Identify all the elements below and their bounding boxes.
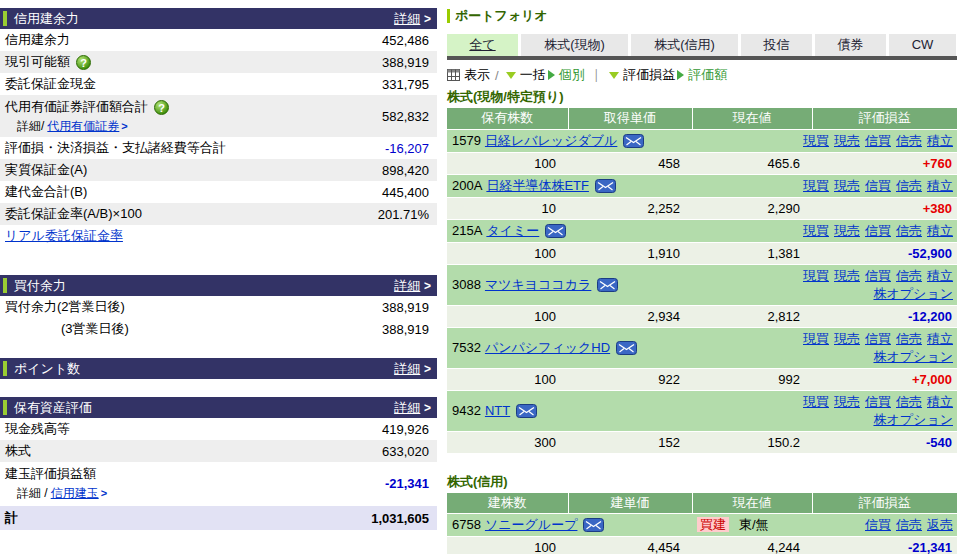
tab-bonds[interactable]: 債券 [815, 34, 886, 56]
individual-view-link[interactable]: 個別 [559, 66, 585, 84]
tab-stocks-cash[interactable]: 株式(現物) [521, 34, 628, 56]
buy-margin-link[interactable]: 信買 [865, 331, 891, 346]
stock-name-link[interactable]: NTT [485, 403, 510, 418]
row-label: 代用有価証券評価額合計 [5, 98, 148, 116]
buy-cash-link[interactable]: 現買 [803, 394, 829, 409]
stock-code: 7532 [452, 340, 481, 355]
mail-icon[interactable] [623, 134, 644, 148]
account-summary-panel: 信用建余力 詳細 > 信用建余力 452,486 現引可能額 ? 388,919… [0, 0, 437, 554]
price-value: 2,812 [692, 305, 812, 327]
mail-icon[interactable] [616, 341, 637, 355]
stock-data-row: 300 152 150.2 -540 [447, 431, 957, 453]
row-label: 買付余力(2営業日後) [5, 298, 125, 316]
points-detail-link[interactable]: 詳細 [394, 361, 420, 376]
buy-margin-link[interactable]: 信買 [865, 268, 891, 283]
summary-row: 買付余力(2営業日後) 388,919 [0, 296, 437, 318]
stock-code: 1579 [452, 133, 481, 148]
buying-power-detail-link[interactable]: 詳細 [394, 278, 420, 293]
row-label: 評価損・決済損益・支払諸経費等合計 [5, 139, 226, 157]
buy-cash-link[interactable]: 現買 [803, 331, 829, 346]
mail-icon[interactable] [545, 224, 566, 238]
stock-name-link[interactable]: パンパシフィックHD [485, 340, 610, 355]
stock-name-link[interactable]: ソニーグループ [485, 517, 578, 532]
tab-all[interactable]: 全て [447, 34, 518, 56]
accumulate-link[interactable]: 積立 [927, 178, 953, 193]
buy-margin-link[interactable]: 信買 [865, 394, 891, 409]
summary-row: 評価損・決済損益・支払諸経費等合計 -16,207 [0, 137, 437, 159]
buy-margin-link[interactable]: 信買 [865, 133, 891, 148]
row-value: 419,926 [382, 422, 429, 437]
sell-cash-link[interactable]: 現売 [834, 268, 860, 283]
pl-value: -540 [812, 431, 957, 453]
sell-margin-link[interactable]: 信売 [896, 394, 922, 409]
triangle-down-icon [506, 72, 516, 79]
sell-margin-link[interactable]: 信売 [896, 268, 922, 283]
mail-icon[interactable] [597, 278, 618, 292]
sell-cash-link[interactable]: 現売 [834, 178, 860, 193]
accumulate-link[interactable]: 積立 [927, 331, 953, 346]
stock-name-link[interactable]: マツキヨココカラ [485, 277, 591, 292]
row-value: -21,341 [385, 476, 429, 491]
repay-sell-link[interactable]: 返売 [927, 517, 953, 532]
stock-data-row: 10 2,252 2,290 +380 [447, 197, 957, 219]
accumulate-link[interactable]: 積立 [927, 268, 953, 283]
pl-value: -52,900 [812, 242, 957, 264]
row-value: 633,020 [382, 444, 429, 459]
sell-margin-link[interactable]: 信売 [896, 517, 922, 532]
tab-funds[interactable]: 投信 [741, 34, 812, 56]
pl-value: -21,341 [812, 537, 957, 554]
help-icon[interactable]: ? [76, 55, 91, 70]
summary-row: 株式 633,020 [0, 440, 437, 462]
sell-margin-link[interactable]: 信売 [896, 178, 922, 193]
margin-power-detail-link[interactable]: 詳細 [394, 11, 420, 26]
stock-option-link[interactable]: 株オプション [873, 286, 953, 301]
stock-option-link[interactable]: 株オプション [873, 349, 953, 364]
cash-stocks-label: 株式(現物/特定預り) [447, 88, 957, 106]
tab-stocks-margin[interactable]: 株式(信用) [631, 34, 738, 56]
buy-margin-link[interactable]: 信買 [865, 223, 891, 238]
realtime-margin-rate-link[interactable]: リアル委託保証金率 [5, 227, 123, 245]
section-title: 保有資産評価 [14, 399, 92, 417]
buy-margin-link[interactable]: 信買 [865, 178, 891, 193]
section-title: 買付余力 [14, 277, 66, 295]
summary-row: (3営業日後) 388,919 [0, 318, 437, 340]
pl-view-option[interactable]: 評価損益 [623, 66, 675, 84]
accumulate-link[interactable]: 積立 [927, 133, 953, 148]
buy-cash-link[interactable]: 現買 [803, 178, 829, 193]
stock-name-link[interactable]: 日経レバレッジダブル [485, 133, 617, 148]
mail-icon[interactable] [583, 518, 604, 532]
batch-view-option[interactable]: 一括 [520, 66, 546, 84]
asset-valuation-detail-link[interactable]: 詳細 [394, 400, 420, 415]
buy-cash-link[interactable]: 現買 [803, 268, 829, 283]
substitute-securities-link[interactable]: 代用有価証券 [47, 118, 119, 135]
valuation-view-link[interactable]: 評価額 [688, 66, 727, 84]
help-icon[interactable]: ? [154, 100, 169, 115]
stock-option-link[interactable]: 株オプション [873, 412, 953, 427]
sell-margin-link[interactable]: 信売 [896, 133, 922, 148]
sell-margin-link[interactable]: 信売 [896, 331, 922, 346]
display-toolbar: 表示 / 一括 個別 ｜ 評価損益 評価額 [447, 65, 957, 85]
sell-cash-link[interactable]: 現売 [834, 133, 860, 148]
mail-icon[interactable] [595, 179, 616, 193]
buy-cash-link[interactable]: 現買 [803, 133, 829, 148]
stock-name-link[interactable]: タイミー [486, 223, 539, 238]
sell-margin-link[interactable]: 信売 [896, 223, 922, 238]
stock-name-row: 6758ソニーグループ 買建東/無 信買信売返売 [447, 514, 957, 537]
margin-positions-link[interactable]: 信用建玉 [51, 485, 99, 502]
accumulate-link[interactable]: 積立 [927, 223, 953, 238]
total-label: 計 [5, 509, 18, 527]
mail-icon[interactable] [516, 404, 537, 418]
summary-row: 実質保証金(A) 898,420 [0, 159, 437, 181]
sell-cash-link[interactable]: 現売 [834, 394, 860, 409]
sell-cash-link[interactable]: 現売 [834, 223, 860, 238]
col-cost: 建単価 [568, 493, 692, 514]
buy-margin-link[interactable]: 信買 [865, 517, 891, 532]
sell-cash-link[interactable]: 現売 [834, 331, 860, 346]
buy-cash-link[interactable]: 現買 [803, 223, 829, 238]
price-value: 1,381 [692, 242, 812, 264]
points-section: ポイント数 詳細 > [0, 358, 437, 379]
stock-name-link[interactable]: 日経半導体株ETF [486, 178, 589, 193]
tab-cw[interactable]: CW [889, 34, 956, 56]
spacer [0, 340, 437, 358]
accumulate-link[interactable]: 積立 [927, 394, 953, 409]
